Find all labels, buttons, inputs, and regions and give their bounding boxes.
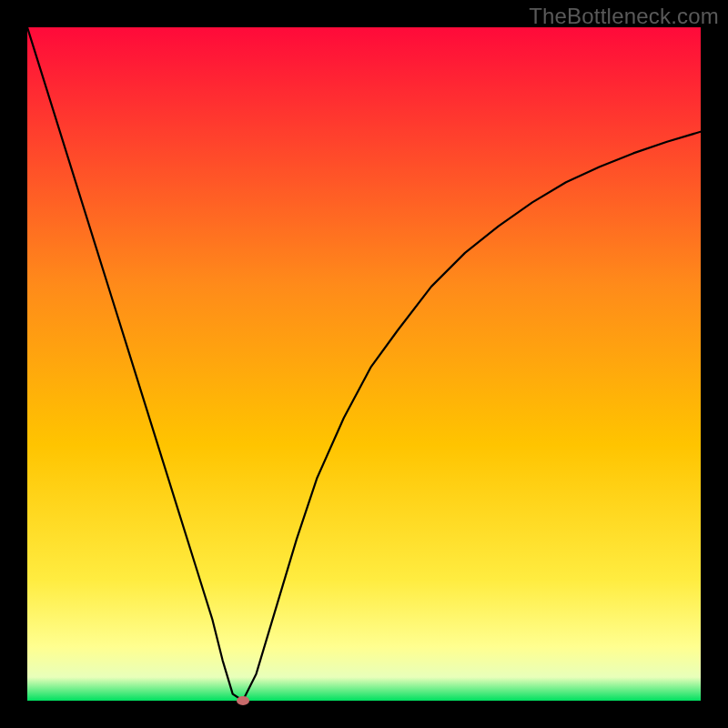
watermark-text: TheBottleneck.com bbox=[529, 4, 719, 29]
chart-frame: TheBottleneck.com bbox=[0, 0, 728, 728]
plot-area bbox=[27, 27, 701, 701]
bottleneck-curve bbox=[27, 27, 701, 701]
optimal-point-marker bbox=[237, 696, 249, 705]
